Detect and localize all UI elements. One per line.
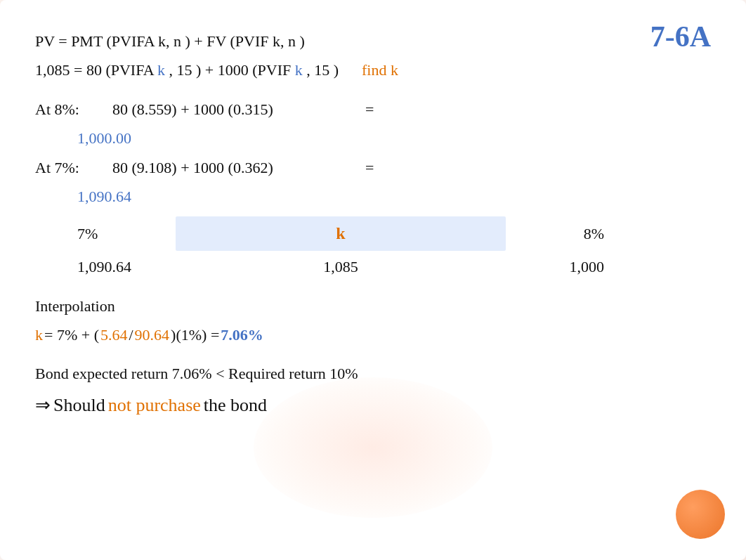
interpolation-text: Interpolation (35, 297, 115, 315)
formula-body: = 7% + ( (44, 322, 99, 348)
eq-pre: 1,085 = 80 (PVIFA (35, 61, 153, 79)
conclusion-post: the bond (204, 390, 267, 421)
at8-result: 1,000.00 (77, 129, 131, 147)
line-at8: At 8%: 80 (8.559) + 1000 (0.315) = (35, 96, 711, 122)
bond-return-text: Bond expected return 7.06% < Required re… (35, 365, 358, 382)
eq-mid: , 15 ) + 1000 (PVIF (169, 61, 291, 79)
eq-k1: k (157, 61, 165, 79)
line-at7-result: 1,090.64 (77, 183, 711, 209)
interp-val2: 1,085 (176, 254, 506, 280)
k-var: k (35, 322, 43, 348)
at7-label: At 7%: (35, 155, 98, 181)
interp-val1: 1,090.64 (77, 254, 176, 280)
line-1085-equation: 1,085 = 80 (PVIFA k , 15 ) + 1000 (PVIF … (35, 57, 711, 83)
eq-k2: k (295, 61, 303, 79)
eq-post: , 15 ) (306, 61, 339, 79)
at7-calc: 80 (9.108) + 1000 (0.362) (112, 155, 351, 181)
line-at7: At 7%: 80 (9.108) + 1000 (0.362) = (35, 155, 711, 181)
formula-green1: 5.64 (100, 322, 128, 348)
line-at8-result: 1,000.00 (77, 125, 711, 151)
at7-result: 1,090.64 (77, 188, 131, 205)
line-k-formula: k = 7% + ( 5.64 / 90.64 )(1%) = 7.06% (35, 322, 711, 348)
line-pv-formula: PV = PMT (PVIFA k, n ) + FV (PVIF k, n ) (35, 28, 711, 54)
interp-val3: 1,000 (506, 254, 604, 280)
slide-container: 7-6A PV = PMT (PVIFA k, n ) + FV (PVIF k… (0, 0, 746, 560)
formula-end: )(1%) = (171, 322, 219, 348)
at8-label: At 8%: (35, 96, 98, 122)
content-area: PV = PMT (PVIFA k, n ) + FV (PVIF k, n )… (35, 28, 711, 421)
formula-slash: / (129, 322, 133, 348)
find-k-label: find k (362, 61, 398, 79)
conclusion-not-purchase: not purchase (108, 390, 201, 421)
interp-7pct: 7% (77, 221, 176, 247)
orange-ball-decoration (676, 490, 725, 539)
conclusion-pre: Should (53, 390, 105, 421)
interp-diagram: 7% k 8% 1,090.64 1,085 1,000 (77, 216, 711, 280)
formula-result: 7.06% (221, 322, 263, 348)
at8-eq: = (365, 96, 374, 122)
interp-8pct: 8% (506, 221, 604, 247)
slide-id: 7-6A (650, 20, 711, 53)
at8-calc: 80 (8.559) + 1000 (0.315) (112, 96, 351, 122)
line-bond-return: Bond expected return 7.06% < Required re… (35, 360, 711, 386)
interp-k-label: k (336, 224, 345, 242)
pv-formula-text: PV = PMT (PVIFA k, n ) + FV (PVIF k, n ) (35, 32, 305, 50)
interpolation-heading: Interpolation (35, 293, 711, 319)
line-conclusion: ⇒ Should not purchase the bond (35, 390, 711, 421)
conclusion-arrow: ⇒ (35, 390, 51, 421)
formula-green2: 90.64 (135, 322, 170, 348)
at7-eq: = (365, 155, 374, 181)
